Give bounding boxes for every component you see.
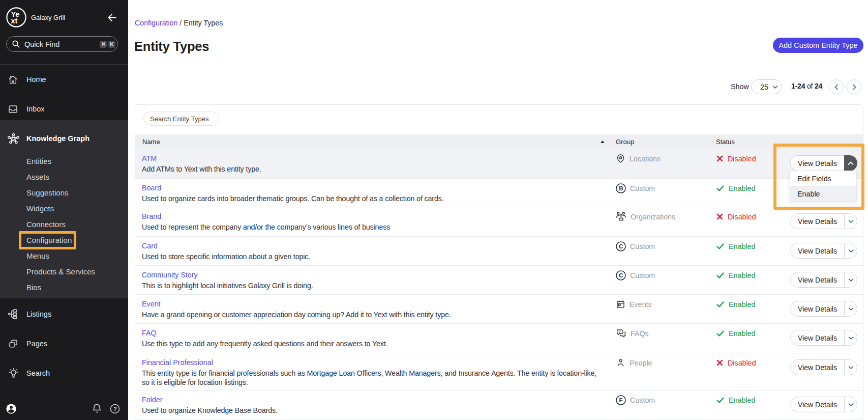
svg-text:B: B [619,185,623,191]
svg-text:C: C [619,272,623,278]
svg-text:F: F [619,397,623,403]
svg-text:?: ? [618,329,620,333]
svg-text:xt: xt [11,17,18,25]
svg-text:?: ? [113,406,116,412]
svg-text:C: C [619,243,623,249]
